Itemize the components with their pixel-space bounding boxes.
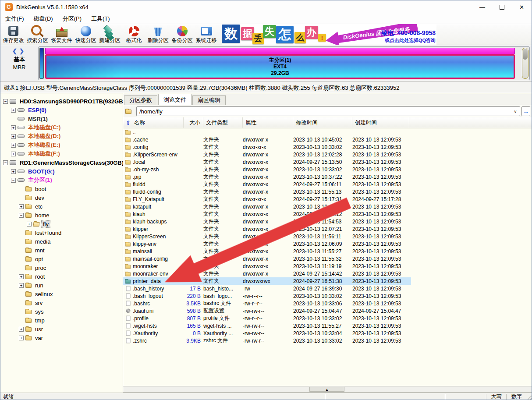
expander-plus-icon[interactable]: +: [19, 336, 24, 340]
column-header-created[interactable]: 创建时间: [352, 117, 409, 128]
quick-partition-button[interactable]: 快速分区: [74, 24, 98, 45]
tree-item-opt[interactable]: opt: [0, 255, 123, 263]
path-combobox[interactable]: /home/fly ∨: [136, 106, 520, 116]
next-disk-icon[interactable]: ❯: [19, 48, 26, 54]
file-row--kiauh-ini[interactable]: .kiauh.ini598 B配置设置-rw-rw-r--2024-09-27 …: [123, 307, 411, 315]
tree-item-var[interactable]: +var: [0, 333, 123, 342]
tree-item-boot[interactable]: boot: [0, 184, 123, 193]
resize-grip[interactable]: [526, 394, 532, 400]
recover-files-button[interactable]: 恢复文件: [50, 24, 74, 45]
disk-selector-bar[interactable]: [39, 48, 44, 79]
tree-item--1-[interactable]: −主分区(1): [0, 176, 123, 184]
file-row-kiauh-backups[interactable]: kiauh-backups文件夹drwxrwxr-x2023-10-13 11:…: [123, 218, 411, 225]
file-row-kiauh[interactable]: kiauh文件夹drwxrwxr-x2024-09-27 15:01:12202…: [123, 210, 411, 218]
file-row--pip[interactable]: .pip文件夹drwxrwxr-x2023-10-13 10:37:222023…: [123, 173, 411, 181]
partition-map-scrollbar[interactable]: [522, 48, 528, 79]
file-row-fluidd[interactable]: fluidd文件夹drwxrwxr-x2024-09-27 15:06:1120…: [123, 181, 411, 188]
tree-item-tmp[interactable]: tmp: [0, 316, 123, 325]
chevron-down-icon[interactable]: ∨: [511, 109, 520, 114]
ad-banner[interactable]: 数据丢失怎么办! DiskGenius 团队为您服务 致电: 400-008-9…: [222, 24, 436, 45]
column-header-modified[interactable]: 修改时间: [293, 117, 352, 128]
go-button[interactable]: →: [521, 106, 530, 116]
maximize-button[interactable]: [492, 0, 512, 14]
file-row--wget-hsts[interactable]: .wget-hsts165 Bwget-hsts ...-rw-rw-r--20…: [123, 322, 411, 329]
expander-plus-icon[interactable]: +: [11, 143, 16, 148]
close-button[interactable]: ✕: [512, 0, 532, 14]
new-partition-button[interactable]: 新建分区: [98, 24, 122, 45]
file-row-klipperscreen[interactable]: KlipperScreen文件夹drwxr-xr-x2023-10-13 11:…: [123, 233, 411, 240]
tree-item-mnt[interactable]: mnt: [0, 246, 123, 255]
expander-plus-icon[interactable]: +: [19, 274, 24, 279]
file-row-fly_katapult[interactable]: FLY_Katapult文件夹drwxr-xr-x2024-09-27 15:1…: [123, 195, 411, 203]
tree-item-sys[interactable]: sys: [0, 307, 123, 316]
file-row--klipperscreen-env[interactable]: .KlipperScreen-env文件夹drwxrwxr-x2023-10-1…: [123, 151, 411, 158]
tree-item-rd1-genericmassstorageclass-30gb-[interactable]: −RD1:GenericMassStorageClass(30GB): [0, 158, 123, 167]
ad-qq-link[interactable]: 或点击此处选择QQ咨询: [385, 37, 436, 44]
tab-1[interactable]: 浏览文件: [158, 94, 192, 105]
tree-item-usr[interactable]: +usr: [0, 325, 123, 333]
backup-partition-button[interactable]: 备份分区: [170, 24, 194, 45]
horizontal-scrollbar[interactable]: ▲: [123, 386, 532, 393]
expander-plus-icon[interactable]: +: [11, 108, 16, 113]
menu-item-3[interactable]: 工具(T): [86, 14, 115, 24]
tree-item-media[interactable]: media: [0, 237, 123, 246]
column-header-attr[interactable]: 属性: [243, 117, 293, 128]
file-row--config[interactable]: .config文件夹drwxr-xr-x2023-10-13 10:33:022…: [123, 143, 411, 151]
tree-item-home[interactable]: −home: [0, 211, 123, 219]
file-row--cache[interactable]: .cache文件夹drwxrwxr-x2023-10-13 10:45:0220…: [123, 136, 411, 143]
column-header-name[interactable]: ⇧ 名称: [123, 117, 184, 128]
tree-item-selinux[interactable]: selinux: [0, 290, 123, 298]
minimize-button[interactable]: —: [472, 0, 492, 14]
expander-plus-icon[interactable]: +: [11, 152, 16, 156]
tree-item-dev[interactable]: dev: [0, 193, 123, 202]
file-row-mainsail[interactable]: mainsail文件夹drwxrwxr-x2023-10-13 11:55:27…: [123, 248, 411, 255]
partition-block[interactable]: 主分区(1) EXT4 29.2GB: [45, 54, 515, 79]
save-changes-button[interactable]: 保存更改: [1, 24, 25, 45]
expander-plus-icon[interactable]: +: [11, 134, 16, 139]
menu-item-1[interactable]: 磁盘(D): [29, 14, 58, 24]
expander-plus-icon[interactable]: +: [19, 204, 24, 209]
system-migration-button[interactable]: 系统迁移: [194, 24, 218, 45]
tree-item-run[interactable]: +run: [0, 281, 123, 290]
file-row-mainsail-config[interactable]: mainsail-config文件夹drwxrwxr-x2023-10-13 1…: [123, 255, 411, 262]
file-row-katapult[interactable]: katapult文件夹drwxrwxr-x2023-10-13 10:40:44…: [123, 203, 411, 210]
tree-item--d-[interactable]: +本地磁盘(D:): [0, 132, 123, 141]
disk-full-strip[interactable]: [45, 48, 515, 54]
tree-item-fly[interactable]: +fly: [0, 219, 123, 228]
tree-item-boot-g-[interactable]: +BOOT(G:): [0, 167, 123, 176]
tree-item-srv[interactable]: srv: [0, 298, 123, 307]
tree-item--f-[interactable]: +本地磁盘(F:): [0, 149, 123, 158]
tree-item-root[interactable]: +root: [0, 272, 123, 281]
file-row--bash_logout[interactable]: .bash_logout220 Bbash_logo...-rw-r--r--2…: [123, 292, 411, 300]
menu-item-2[interactable]: 分区(P): [58, 14, 86, 24]
file-row-klipper[interactable]: klipper文件夹drwxrwxr-x2023-10-13 12:07:212…: [123, 225, 411, 233]
tree-item-hd0-samsungssd990pro1tb-932gb-[interactable]: −HD0:SamsungSSD990PRO1TB(932GB): [0, 97, 123, 106]
tree-item--e-[interactable]: +本地磁盘(E:): [0, 141, 123, 149]
file-row--oh-my-zsh[interactable]: .oh-my-zsh文件夹drwxrwxr-x2023-10-13 10:33:…: [123, 166, 411, 173]
expander-plus-icon[interactable]: +: [11, 125, 16, 130]
format-button[interactable]: 格式化: [122, 24, 146, 45]
file-row-moonraker[interactable]: moonraker文件夹drwxrwxr-x2023-10-13 11:19:1…: [123, 262, 411, 270]
file-row--xauthority[interactable]: .Xauthority0 BXauthority ...-rw-rw-r--20…: [123, 329, 411, 337]
file-row-printer_data[interactable]: printer_data文件夹drwxrwxrwx2024-09-27 16:5…: [123, 277, 411, 285]
expander-minus-icon[interactable]: −: [19, 213, 24, 218]
tab-2[interactable]: 扇区编辑: [192, 95, 226, 105]
search-partition-button[interactable]: 搜索分区: [25, 24, 50, 45]
column-header-size[interactable]: 大小: [184, 117, 203, 128]
expander-plus-icon[interactable]: +: [27, 222, 32, 227]
tree-item-esp-0-[interactable]: +ESP(0): [0, 106, 123, 114]
expander-plus-icon[interactable]: +: [19, 327, 24, 332]
file-row--bash_history[interactable]: .bash_history17 Bbash_histo...-rw-------…: [123, 285, 411, 292]
expander-minus-icon[interactable]: −: [11, 178, 16, 183]
column-header-type[interactable]: 文件类型: [203, 117, 243, 128]
expander-plus-icon[interactable]: +: [11, 169, 16, 174]
file-row--profile[interactable]: .profile807 Bprofile 文件-rw-r--r--2023-10…: [123, 315, 411, 322]
file-row-fluidd-config[interactable]: fluidd-config文件夹drwxrwxr-x2023-10-13 11:…: [123, 188, 411, 195]
tree-item--c-[interactable]: +本地磁盘(C:): [0, 123, 123, 132]
file-row-klippy-env[interactable]: klippy-env文件夹drwxrwxr-x2023-10-13 12:06:…: [123, 240, 411, 248]
tree-item-lost-found[interactable]: lost+found: [0, 228, 123, 237]
delete-partition-button[interactable]: 删除分区: [146, 24, 170, 45]
expander-minus-icon[interactable]: −: [3, 99, 8, 104]
file-row--local[interactable]: .local文件夹drwxrwxr-x2024-09-27 15:13:5020…: [123, 158, 411, 166]
file-row--zshrc[interactable]: .zshrc3.9KBzshrc 文件-rw-rw-r--2023-10-13 …: [123, 337, 411, 344]
